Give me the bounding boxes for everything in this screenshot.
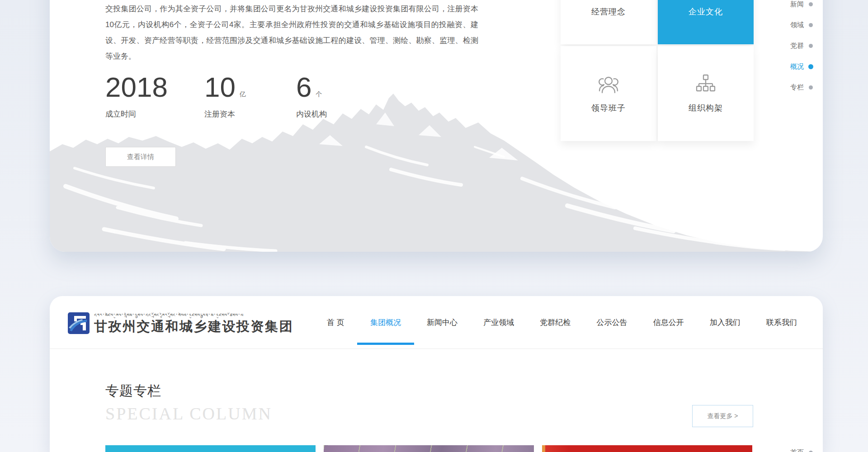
view-details-button[interactable]: 查看详情	[105, 147, 176, 167]
logo-icon	[68, 312, 90, 334]
nav-industry-fields[interactable]: 产业领域	[483, 296, 514, 349]
org-chart-icon	[694, 74, 717, 96]
main-nav: 首 页 集团概况 新闻中心 产业领域 党群纪检 公示公告 信息公开 加入我们 联…	[327, 296, 797, 349]
nav-news-center[interactable]: 新闻中心	[427, 296, 458, 349]
tile-label: 企业文化	[658, 6, 754, 17]
logo-text: དཀར་མཛེས་ཁུལ་འགྲིམ་འགྲུལ་དང་གྲོང་ཁྱེར་གྲ…	[94, 313, 293, 334]
section-dot-party[interactable]: 党群	[783, 41, 813, 51]
stat-value: 6	[296, 71, 311, 103]
stat-value: 10	[204, 71, 236, 103]
special-column-title: 专题专栏	[105, 382, 161, 400]
dot-icon	[809, 85, 813, 89]
tile-label: 经营理念	[561, 6, 656, 17]
page: 交投集团公司，作为其全资子公司，并将集团公司更名为甘孜州交通和城乡建设投资集团有…	[0, 0, 868, 452]
site-logo[interactable]: དཀར་མཛེས་ཁུལ་འགྲིམ་འགྲུལ་དང་གྲོང་ཁྱེར་གྲ…	[68, 312, 293, 334]
stat-founding-year: 2018 成立时间	[105, 71, 172, 119]
section-label: 概况	[783, 62, 804, 71]
active-nav-underline	[357, 343, 414, 345]
special-column-card-red[interactable]	[542, 445, 752, 452]
nav-party-discipline[interactable]: 党群纪检	[540, 296, 571, 349]
tile-business-philosophy[interactable]: 经营理念	[561, 0, 656, 44]
section-dot-home[interactable]: 首页	[783, 447, 813, 452]
people-icon	[597, 74, 620, 96]
dot-icon	[809, 451, 813, 452]
tile-label: 领导班子	[591, 103, 626, 113]
site-header: དཀར་མཛེས་ཁུལ་འགྲིམ་འགྲུལ་དང་གྲོང་ཁྱེར་གྲ…	[50, 296, 823, 349]
tile-label: 组织构架	[689, 103, 723, 113]
nav-label: 集团概况	[370, 317, 401, 328]
section-dot-column[interactable]: 专栏	[783, 82, 813, 92]
section-dot-fields[interactable]: 领域	[783, 20, 813, 30]
stat-value: 2018	[105, 71, 168, 103]
nav-contact-us[interactable]: 联系我们	[766, 296, 797, 349]
special-column-section-card: དཀར་མཛེས་ཁུལ་འགྲིམ་འགྲུལ་དང་གྲོང་ཁྱེར་གྲ…	[50, 296, 823, 452]
nav-group-overview[interactable]: 集团概况	[370, 296, 401, 349]
special-column-subtitle: SPECIAL COLUMN	[105, 404, 272, 424]
section-indicator-nav: 新闻 领域 党群 概况 专栏	[783, 0, 813, 92]
tile-organization-structure[interactable]: 组织构架	[658, 46, 754, 141]
section-label: 党群	[783, 42, 804, 50]
nav-home[interactable]: 首 页	[327, 296, 344, 349]
view-more-button[interactable]: 查看更多 >	[692, 405, 753, 427]
section-label: 新闻	[783, 0, 804, 9]
section-label: 领域	[783, 21, 804, 29]
tile-leadership-team[interactable]: 领导班子	[561, 46, 656, 141]
stat-unit: 个	[316, 90, 322, 99]
tile-corporate-culture[interactable]: 企业文化	[658, 0, 754, 44]
company-intro-paragraph: 交投集团公司，作为其全资子公司，并将集团公司更名为甘孜州交通和城乡建设投资集团有…	[105, 1, 478, 64]
section-label: 专栏	[783, 83, 804, 92]
stat-registered-capital: 10 亿 注册资本	[204, 71, 246, 119]
dot-icon	[809, 2, 813, 6]
nav-join-us[interactable]: 加入我们	[710, 296, 741, 349]
logo-tibetan-script: དཀར་མཛེས་ཁུལ་འགྲིམ་འགྲུལ་དང་གྲོང་ཁྱེར་གྲ…	[94, 313, 293, 319]
stat-internal-departments: 6 个 内设机构	[296, 71, 327, 119]
section-indicator-nav-lower: 首页	[783, 447, 813, 452]
nav-public-notices[interactable]: 公示公告	[597, 296, 627, 349]
section-dot-news[interactable]: 新闻	[783, 0, 813, 9]
dot-icon	[809, 23, 813, 27]
stat-label: 成立时间	[105, 109, 172, 119]
nav-information-disclosure[interactable]: 信息公开	[653, 296, 684, 349]
section-label: 首页	[783, 448, 804, 452]
dot-icon	[808, 64, 813, 69]
dot-icon	[809, 44, 813, 48]
special-column-card-purple[interactable]	[324, 445, 534, 452]
special-column-card-cyan[interactable]	[105, 445, 316, 452]
company-stats: 2018 成立时间 10 亿 注册资本 6 个 内设机构	[50, 71, 457, 121]
stat-label: 注册资本	[204, 109, 246, 119]
logo-company-name: 甘孜州交通和城乡建设投资集团	[94, 319, 293, 334]
stat-label: 内设机构	[296, 109, 327, 119]
group-overview-card: 交投集团公司，作为其全资子公司，并将集团公司更名为甘孜州交通和城乡建设投资集团有…	[50, 0, 823, 252]
section-dot-overview[interactable]: 概况	[783, 61, 813, 71]
stat-unit: 亿	[240, 90, 246, 99]
